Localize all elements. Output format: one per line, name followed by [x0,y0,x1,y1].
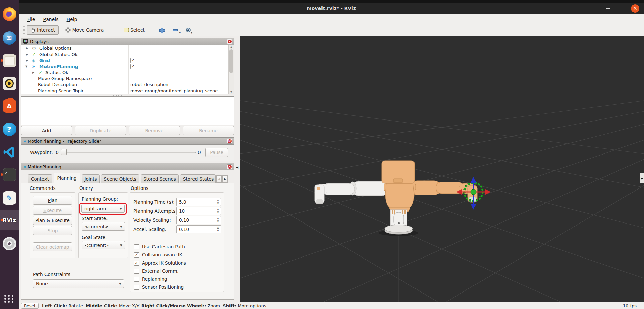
expander-icon[interactable]: ▶ [32,71,34,74]
motionplanning-enabled-checkbox[interactable]: ✓ [130,64,135,69]
add-button[interactable]: Add [21,126,72,135]
spinner-arrows-icon[interactable]: ▲▼ [215,207,221,215]
expander-icon[interactable]: ▶ [26,47,28,50]
panel-collapse-arrow-left[interactable]: ◀ [236,164,240,170]
add-tool-button[interactable] [159,28,164,33]
tab-planning[interactable]: Planning [54,173,80,183]
grid-enabled-checkbox[interactable]: ✓ [130,58,135,63]
marker-center-sphere[interactable] [471,189,476,195]
tree-row-planning-scene-topic[interactable]: Planning Scene Topic move_group/monitore… [21,88,234,94]
tab-stored-states[interactable]: Stored States [180,174,216,183]
move-camera-tool[interactable]: Move Camera [62,25,107,35]
tree-row-grid[interactable]: ▶ ◈ Grid ✓ [21,57,234,63]
tree-row-motionplanning[interactable]: ▼ » MotionPlanning ✓ [21,63,234,69]
dock-thunderbird[interactable]: ✉ [0,29,19,47]
interactive-marker[interactable] [456,177,491,210]
dock-help[interactable]: ? [0,121,19,138]
spinner-arrows-icon[interactable]: ▲▼ [215,198,221,206]
path-constraints-dropdown[interactable]: None ▼ [33,279,124,288]
spinner-arrows-icon[interactable]: ▲▼ [215,226,221,233]
dock-disc[interactable] [0,235,19,252]
tab-scroll-left[interactable]: ◀ [216,175,222,183]
approx-ik-solutions-checkbox[interactable]: ✓ [134,261,139,266]
external-comm-option[interactable]: External Comm. [134,268,179,274]
collision-aware-ik-option[interactable]: ✓ Collision-aware IK [134,252,182,258]
remove-tool-button[interactable] [173,29,178,31]
trajectory-slider-handle[interactable] [61,149,67,155]
scroll-down-icon[interactable]: ▼ [230,91,232,93]
sensor-positioning-option[interactable]: Sensor Positioning [134,284,184,290]
dock-files[interactable] [0,52,19,69]
approx-ik-solutions-option[interactable]: ✓ Approx IK Solutions [134,260,186,266]
planning-attempts-spinbox[interactable]: 10 ▲▼ [176,207,221,215]
trajectory-close-button[interactable] [227,139,232,144]
dock-terminal[interactable]: >_ [0,166,19,183]
tree-scrollbar[interactable]: ▲ ▼ [228,45,234,94]
dock-app-grid[interactable] [0,290,19,307]
rename-button[interactable]: Rename [183,126,234,135]
dock-vscode[interactable] [0,143,19,161]
expander-icon[interactable]: ▼ [25,65,27,68]
remove-tool-caret-icon[interactable]: ▾ [179,31,181,34]
tab-stored-scenes[interactable]: Stored Scenes [141,174,179,183]
tab-context[interactable]: Context [28,174,52,183]
scroll-thumb[interactable] [229,49,233,73]
clear-octomap-button[interactable]: Clear octomap [33,242,72,251]
sensor-positioning-checkbox[interactable] [134,285,139,290]
tab-joints[interactable]: Joints [82,174,100,183]
dock-firefox[interactable] [0,5,19,23]
menu-help[interactable]: Help [63,15,82,23]
restore-button[interactable] [619,7,622,10]
displays-panel-header[interactable]: Displays [21,38,234,45]
dock-rviz[interactable]: RViz [0,210,19,230]
close-button[interactable]: × [631,4,639,13]
interact-tool[interactable]: Interact [27,25,59,35]
displays-close-button[interactable] [227,39,232,44]
scroll-up-icon[interactable]: ▲ [230,46,232,48]
plan-button[interactable]: Plan [33,196,72,205]
dock-rhythmbox[interactable] [0,75,19,92]
menu-file[interactable]: File [23,15,39,23]
dock-text-editor[interactable]: ✎ [0,189,19,207]
planning-time-spinbox[interactable]: 5.0 ▲▼ [176,198,221,206]
expander-icon[interactable]: ▶ [26,59,28,62]
replanning-option[interactable]: Replanning [134,276,167,282]
spinner-arrows-icon[interactable]: ▲▼ [215,216,221,224]
accel-scaling-spinbox[interactable]: 0.10 ▲▼ [176,225,221,233]
3d-viewport[interactable] [240,36,644,302]
external-comm-checkbox[interactable] [134,269,139,274]
motionplanning-close-button[interactable] [227,164,232,169]
trajectory-panel-header[interactable]: » MotionPlanning - Trajectory Slider [21,137,234,145]
tab-scene-objects[interactable]: Scene Objects [101,174,139,183]
tree-row-global-status[interactable]: ▶ ✓ Global Status: Ok [21,51,234,57]
expander-icon[interactable]: ▶ [26,53,28,56]
reset-button[interactable]: Reset [21,303,39,309]
menu-panels[interactable]: Panels [39,15,62,23]
focus-camera-tool[interactable] [186,28,191,32]
panel-splitter[interactable] [113,95,123,96]
plan-and-execute-button[interactable]: Plan & Execute [33,216,72,225]
select-tool[interactable]: Select [121,25,148,35]
tree-row-global-options[interactable]: ▶ ⚙ Global Options [21,45,234,51]
tab-scroll-right[interactable]: ▶ [222,175,228,183]
tree-row-move-group-namespace[interactable]: Move Group Namespace [21,75,234,81]
collision-aware-ik-checkbox[interactable]: ✓ [134,252,139,258]
start-state-dropdown[interactable]: <current> ▼ [82,222,125,231]
velocity-scaling-spinbox[interactable]: 0.10 ▲▼ [176,216,221,224]
duplicate-button[interactable]: Duplicate [75,126,126,135]
execute-button[interactable]: Execute [33,206,72,215]
dock-ubuntu-software[interactable]: A [0,97,19,115]
planning-group-dropdown[interactable]: right_arm ▼ [81,205,125,213]
minimize-button[interactable] [606,8,610,9]
panel-collapse-arrow-right[interactable]: ▶ [640,173,644,183]
remove-button[interactable]: Remove [129,126,180,135]
replanning-checkbox[interactable] [134,277,139,282]
use-cartesian-path-option[interactable]: Use Cartesian Path [134,244,185,249]
stop-button[interactable]: Stop [33,226,72,235]
goal-state-dropdown[interactable]: <current> ▼ [82,241,125,249]
tree-row-robot-description[interactable]: Robot Description robot_description [21,81,234,88]
tree-row-status-ok[interactable]: ▶ ✓ Status: Ok [21,69,234,75]
use-cartesian-path-checkbox[interactable] [134,244,139,249]
tree-value[interactable]: robot_description [130,82,168,87]
motionplanning-panel-header[interactable]: » MotionPlanning [21,163,234,170]
